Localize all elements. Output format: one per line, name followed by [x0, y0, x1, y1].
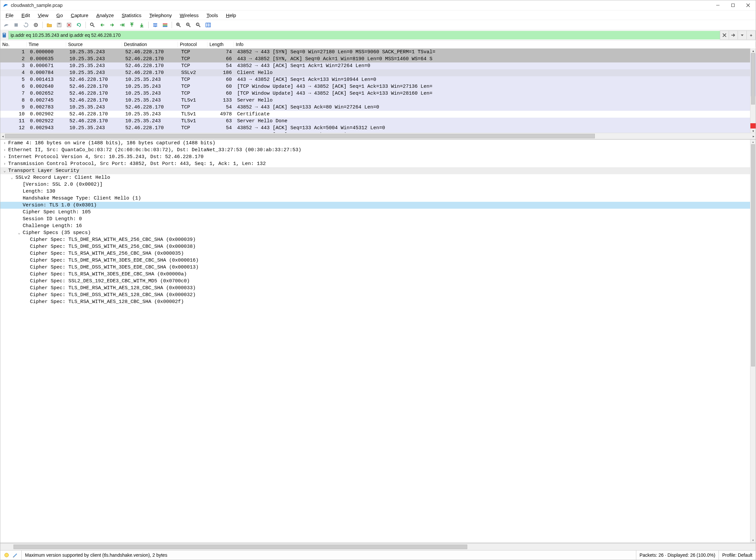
scroll-up-icon[interactable]: ▴ — [751, 48, 756, 53]
detail-line[interactable]: Version: TLS 1.0 (0x0301) — [0, 202, 756, 209]
detail-line[interactable]: ›Internet Protocol Version 4, Src: 10.25… — [0, 154, 756, 160]
expander-icon[interactable]: ⌄ — [9, 175, 14, 180]
scroll-up-icon[interactable]: ▴ — [751, 140, 756, 144]
menu-telephony[interactable]: Telephony — [146, 12, 176, 19]
detail-line[interactable]: Challenge Length: 16 — [0, 222, 756, 229]
scroll-thumb[interactable] — [751, 53, 755, 104]
detail-line[interactable]: ›Frame 4: 186 bytes on wire (1488 bits),… — [0, 140, 756, 146]
packet-row[interactable]: 100.00290252.46.228.17010.25.35.243TLSv1… — [0, 111, 756, 118]
expander-icon[interactable]: › — [2, 148, 7, 153]
reload-icon[interactable] — [74, 21, 83, 29]
status-profile[interactable]: Profile: Default — [719, 551, 756, 560]
packet-list-body[interactable]: 10.00000010.25.35.24352.46.228.170TCP744… — [0, 48, 756, 133]
detail-line[interactable]: Cipher Spec: TLS_RSA_WITH_AES_256_CBC_SH… — [0, 250, 756, 257]
detail-line[interactable]: Length: 130 — [0, 188, 756, 195]
detail-line[interactable]: Cipher Spec: SSL2_DES_192_EDE3_CBC_WITH_… — [0, 278, 756, 285]
add-filter-button[interactable]: + — [747, 31, 756, 40]
clear-filter-button[interactable] — [720, 31, 729, 40]
maximize-button[interactable] — [725, 0, 740, 10]
prev-icon[interactable] — [98, 21, 107, 29]
menu-view[interactable]: View — [34, 12, 52, 19]
filter-history-dropdown[interactable] — [738, 31, 747, 40]
menu-go[interactable]: Go — [52, 12, 67, 19]
save-file-icon[interactable] — [55, 21, 64, 29]
detail-line[interactable]: ›Transmission Control Protocol, Src Port… — [0, 160, 756, 167]
display-filter-input[interactable] — [8, 31, 720, 39]
last-icon[interactable] — [137, 21, 146, 29]
col-header-info[interactable]: Info — [234, 42, 756, 47]
detail-line[interactable]: ⌄Transport Layer Security — [0, 167, 756, 174]
detail-line[interactable]: Handshake Message Type: Client Hello (1) — [0, 195, 756, 202]
expert-info-icon[interactable] — [4, 552, 9, 558]
detail-line[interactable]: Cipher Spec: TLS_DHE_RSA_WITH_AES_128_CB… — [0, 285, 756, 292]
detail-line[interactable]: Cipher Spec: TLS_DHE_DSS_WITH_AES_256_CB… — [0, 243, 756, 250]
next-icon[interactable] — [108, 21, 117, 29]
detail-line[interactable]: Cipher Spec: TLS_DHE_DSS_WITH_AES_128_CB… — [0, 292, 756, 298]
scroll-down-icon[interactable]: ▾ — [751, 538, 756, 543]
expander-icon[interactable]: › — [2, 141, 7, 145]
scroll-thumb[interactable] — [751, 144, 755, 366]
packet-row[interactable]: 110.00292252.46.228.17010.25.35.243TLSv1… — [0, 118, 756, 124]
resize-cols-icon[interactable] — [203, 21, 213, 29]
packet-list-hscrollbar[interactable]: ◂ ▸ — [0, 133, 756, 139]
packet-row[interactable]: 30.00067110.25.35.24352.46.228.170TCP544… — [0, 62, 756, 69]
close-file-icon[interactable] — [64, 21, 74, 29]
col-header-no[interactable]: No. — [0, 42, 27, 47]
menu-capture[interactable]: Capture — [67, 12, 92, 19]
packet-list-header[interactable]: No. Time Source Destination Protocol Len… — [0, 40, 756, 48]
col-header-length[interactable]: Length — [208, 42, 234, 47]
packet-row[interactable]: 60.00264052.46.228.17010.25.35.243TCP60[… — [0, 83, 756, 90]
menu-edit[interactable]: Edit — [17, 12, 34, 19]
options-icon[interactable] — [31, 21, 40, 29]
packet-list-vscrollbar[interactable]: ▴ ▾ — [750, 48, 756, 133]
menu-analyze[interactable]: Analyze — [92, 12, 118, 19]
col-header-time[interactable]: Time — [27, 42, 66, 47]
detail-line[interactable]: Cipher Spec: TLS_DHE_DSS_WITH_3DES_EDE_C… — [0, 264, 756, 271]
close-button[interactable] — [740, 0, 756, 10]
col-header-protocol[interactable]: Protocol — [178, 42, 208, 47]
first-icon[interactable] — [127, 21, 136, 29]
packet-row[interactable]: 70.00265252.46.228.17010.25.35.243TCP60[… — [0, 90, 756, 97]
packet-row[interactable]: 10.00000010.25.35.24352.46.228.170TCP744… — [0, 48, 756, 56]
scroll-left-icon[interactable]: ◂ — [0, 133, 5, 139]
packet-row[interactable]: 90.00278310.25.35.24352.46.228.170TCP544… — [0, 104, 756, 111]
colorize-icon[interactable] — [160, 21, 170, 29]
shark-fin-icon[interactable] — [2, 21, 11, 29]
menu-help[interactable]: Help — [222, 12, 240, 19]
col-header-dest[interactable]: Destination — [122, 42, 178, 47]
menu-file[interactable]: File — [2, 12, 17, 19]
expander-icon[interactable]: › — [2, 162, 7, 166]
detail-line[interactable]: Cipher Spec: TLS_DHE_RSA_WITH_3DES_EDE_C… — [0, 257, 756, 264]
detail-line[interactable]: [Version: SSL 2.0 (0x0002)] — [0, 181, 756, 188]
stop-icon[interactable] — [12, 21, 21, 29]
zoom-in-icon[interactable] — [174, 21, 183, 29]
expander-icon[interactable]: ⌄ — [2, 168, 7, 173]
detail-line[interactable]: ⌄Cipher Specs (35 specs) — [0, 229, 756, 236]
detail-line[interactable]: Session ID Length: 0 — [0, 216, 756, 222]
expander-icon[interactable]: ⌄ — [17, 231, 21, 235]
detail-line[interactable]: Cipher Spec Length: 105 — [0, 209, 756, 216]
apply-filter-button[interactable] — [729, 31, 738, 40]
edit-capture-comment-icon[interactable] — [12, 552, 18, 558]
packet-row[interactable]: 20.00063510.25.35.24352.46.228.170TCP664… — [0, 56, 756, 62]
menu-wireless[interactable]: Wireless — [176, 12, 203, 19]
packet-row[interactable]: 120.00294310.25.35.24352.46.228.170TCP54… — [0, 124, 756, 132]
detail-line[interactable]: Cipher Spec: TLS_RSA_WITH_AES_128_CBC_SH… — [0, 298, 756, 305]
bytes-pane-hscrollbar[interactable] — [0, 543, 756, 550]
scroll-down-icon[interactable]: ▾ — [751, 128, 756, 133]
detail-line[interactable]: ⌄SSLv2 Record Layer: Client Hello — [0, 174, 756, 181]
packet-row[interactable]: 40.00078410.25.35.24352.46.228.170SSLv21… — [0, 69, 756, 76]
detail-line[interactable]: Cipher Spec: TLS_DHE_RSA_WITH_AES_256_CB… — [0, 236, 756, 243]
find-icon[interactable] — [88, 21, 97, 29]
restart-icon[interactable] — [21, 21, 31, 29]
expander-icon[interactable]: › — [2, 155, 7, 159]
zoom-out-icon[interactable] — [184, 21, 193, 29]
autoscroll-icon[interactable] — [151, 21, 160, 29]
jump-icon[interactable] — [117, 21, 127, 29]
bookmark-filter-icon[interactable] — [0, 31, 8, 40]
hscroll-thumb[interactable] — [14, 544, 467, 549]
packet-row[interactable]: 80.00274552.46.228.17010.25.35.243TLSv11… — [0, 97, 756, 104]
details-vscrollbar[interactable]: ▴ ▾ — [750, 140, 756, 543]
packet-row[interactable]: 50.00141352.46.228.17010.25.35.243TCP604… — [0, 76, 756, 83]
hscroll-thumb[interactable] — [5, 134, 595, 138]
